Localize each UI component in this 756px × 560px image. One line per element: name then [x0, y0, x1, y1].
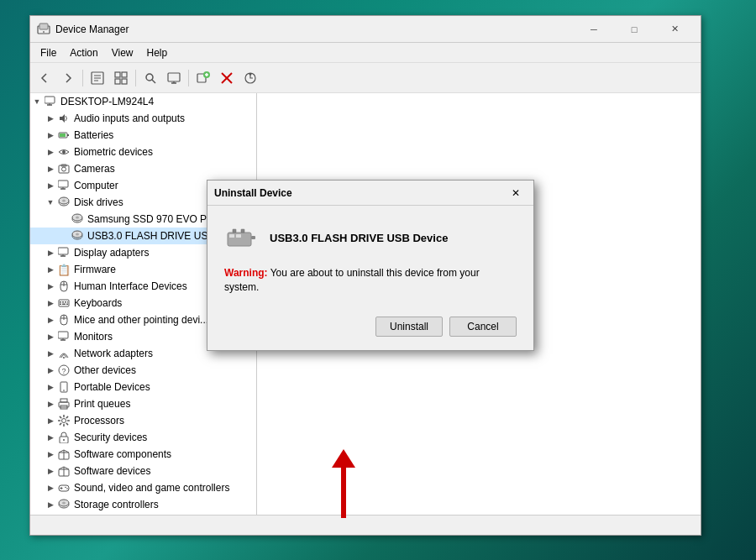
svg-rect-93 [229, 234, 234, 238]
svg-rect-96 [233, 229, 236, 233]
warning-label: Warning: [224, 267, 268, 279]
modal-overlay: Uninstall Device ✕ [30, 16, 701, 535]
arrow-head [332, 449, 355, 468]
arrow-shaft [341, 468, 346, 518]
dialog-device-row: USB3.0 FLASH DRIVE USB Device [224, 222, 517, 253]
svg-rect-94 [236, 234, 241, 238]
dialog-close-button[interactable]: ✕ [505, 183, 527, 203]
uninstall-dialog: Uninstall Device ✕ [207, 180, 534, 351]
dialog-warning: Warning: You are about to uninstall this… [224, 266, 517, 295]
dialog-body: USB3.0 FLASH DRIVE USB Device Warning: Y… [207, 206, 533, 308]
dialog-device-name: USB3.0 FLASH DRIVE USB Device [270, 232, 448, 244]
red-arrow-indicator [332, 449, 355, 518]
dialog-device-icon [224, 222, 258, 253]
dialog-title: Uninstall Device [214, 187, 505, 199]
dialog-footer: Uninstall Cancel [207, 308, 533, 350]
svg-rect-97 [241, 229, 244, 233]
cancel-button[interactable]: Cancel [449, 317, 517, 337]
svg-rect-95 [251, 236, 255, 239]
dialog-titlebar: Uninstall Device ✕ [207, 181, 533, 206]
main-window: Device Manager ─ □ ✕ File Action View He… [29, 15, 701, 536]
uninstall-button[interactable]: Uninstall [375, 317, 443, 337]
